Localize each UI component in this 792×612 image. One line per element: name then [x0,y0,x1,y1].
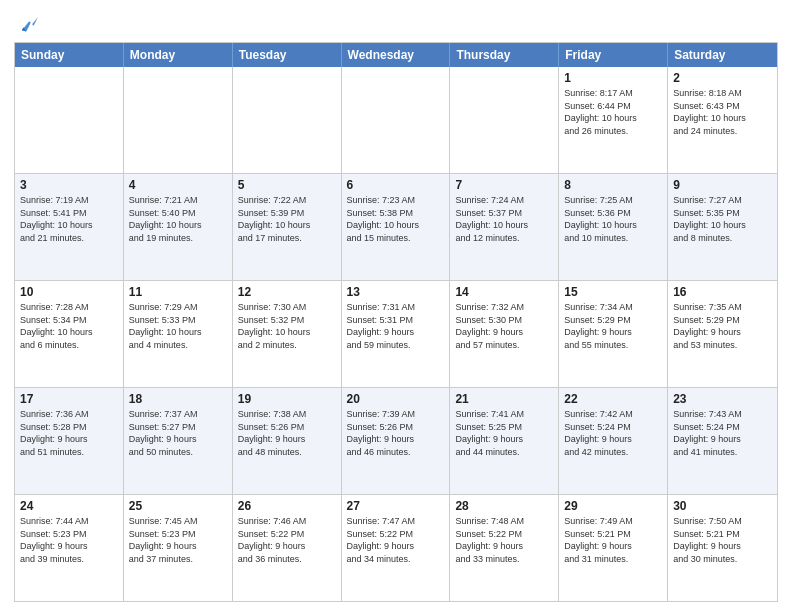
day-number: 21 [455,391,553,407]
cal-header-saturday: Saturday [668,43,777,67]
day-number: 2 [673,70,772,86]
cal-cell: 19Sunrise: 7:38 AM Sunset: 5:26 PM Dayli… [233,388,342,494]
day-number: 5 [238,177,336,193]
cal-cell: 9Sunrise: 7:27 AM Sunset: 5:35 PM Daylig… [668,174,777,280]
day-number: 10 [20,284,118,300]
cal-cell: 12Sunrise: 7:30 AM Sunset: 5:32 PM Dayli… [233,281,342,387]
cal-cell: 16Sunrise: 7:35 AM Sunset: 5:29 PM Dayli… [668,281,777,387]
cal-cell: 8Sunrise: 7:25 AM Sunset: 5:36 PM Daylig… [559,174,668,280]
day-info: Sunrise: 7:46 AM Sunset: 5:22 PM Dayligh… [238,515,336,565]
cal-cell: 2Sunrise: 8:18 AM Sunset: 6:43 PM Daylig… [668,67,777,173]
cal-cell: 5Sunrise: 7:22 AM Sunset: 5:39 PM Daylig… [233,174,342,280]
cal-cell [124,67,233,173]
day-info: Sunrise: 7:30 AM Sunset: 5:32 PM Dayligh… [238,301,336,351]
cal-week-5: 24Sunrise: 7:44 AM Sunset: 5:23 PM Dayli… [15,494,777,601]
cal-header-friday: Friday [559,43,668,67]
cal-cell: 25Sunrise: 7:45 AM Sunset: 5:23 PM Dayli… [124,495,233,601]
cal-cell: 21Sunrise: 7:41 AM Sunset: 5:25 PM Dayli… [450,388,559,494]
cal-cell: 15Sunrise: 7:34 AM Sunset: 5:29 PM Dayli… [559,281,668,387]
cal-cell: 10Sunrise: 7:28 AM Sunset: 5:34 PM Dayli… [15,281,124,387]
cal-header-wednesday: Wednesday [342,43,451,67]
day-number: 20 [347,391,445,407]
day-info: Sunrise: 7:47 AM Sunset: 5:22 PM Dayligh… [347,515,445,565]
cal-header-sunday: Sunday [15,43,124,67]
cal-cell [450,67,559,173]
day-info: Sunrise: 7:19 AM Sunset: 5:41 PM Dayligh… [20,194,118,244]
calendar-header-row: SundayMondayTuesdayWednesdayThursdayFrid… [15,43,777,67]
cal-header-tuesday: Tuesday [233,43,342,67]
day-info: Sunrise: 7:36 AM Sunset: 5:28 PM Dayligh… [20,408,118,458]
cal-cell: 26Sunrise: 7:46 AM Sunset: 5:22 PM Dayli… [233,495,342,601]
cal-cell: 17Sunrise: 7:36 AM Sunset: 5:28 PM Dayli… [15,388,124,494]
day-number: 14 [455,284,553,300]
day-info: Sunrise: 8:17 AM Sunset: 6:44 PM Dayligh… [564,87,662,137]
logo-bird-icon [16,14,38,36]
day-number: 3 [20,177,118,193]
cal-cell: 14Sunrise: 7:32 AM Sunset: 5:30 PM Dayli… [450,281,559,387]
calendar: SundayMondayTuesdayWednesdayThursdayFrid… [14,42,778,602]
day-number: 11 [129,284,227,300]
cal-header-thursday: Thursday [450,43,559,67]
day-info: Sunrise: 7:32 AM Sunset: 5:30 PM Dayligh… [455,301,553,351]
day-info: Sunrise: 7:42 AM Sunset: 5:24 PM Dayligh… [564,408,662,458]
day-number: 4 [129,177,227,193]
cal-cell: 11Sunrise: 7:29 AM Sunset: 5:33 PM Dayli… [124,281,233,387]
day-number: 6 [347,177,445,193]
cal-cell [15,67,124,173]
day-number: 30 [673,498,772,514]
page: SundayMondayTuesdayWednesdayThursdayFrid… [0,0,792,612]
day-number: 29 [564,498,662,514]
day-number: 8 [564,177,662,193]
cal-cell [233,67,342,173]
cal-cell: 22Sunrise: 7:42 AM Sunset: 5:24 PM Dayli… [559,388,668,494]
day-number: 27 [347,498,445,514]
day-number: 17 [20,391,118,407]
day-info: Sunrise: 8:18 AM Sunset: 6:43 PM Dayligh… [673,87,772,137]
cal-cell: 7Sunrise: 7:24 AM Sunset: 5:37 PM Daylig… [450,174,559,280]
day-number: 13 [347,284,445,300]
cal-cell: 4Sunrise: 7:21 AM Sunset: 5:40 PM Daylig… [124,174,233,280]
cal-cell: 30Sunrise: 7:50 AM Sunset: 5:21 PM Dayli… [668,495,777,601]
day-number: 25 [129,498,227,514]
cal-week-3: 10Sunrise: 7:28 AM Sunset: 5:34 PM Dayli… [15,280,777,387]
cal-cell: 27Sunrise: 7:47 AM Sunset: 5:22 PM Dayli… [342,495,451,601]
cal-week-2: 3Sunrise: 7:19 AM Sunset: 5:41 PM Daylig… [15,173,777,280]
day-number: 24 [20,498,118,514]
cal-cell: 24Sunrise: 7:44 AM Sunset: 5:23 PM Dayli… [15,495,124,601]
day-info: Sunrise: 7:21 AM Sunset: 5:40 PM Dayligh… [129,194,227,244]
cal-cell: 3Sunrise: 7:19 AM Sunset: 5:41 PM Daylig… [15,174,124,280]
day-number: 1 [564,70,662,86]
day-number: 12 [238,284,336,300]
day-info: Sunrise: 7:38 AM Sunset: 5:26 PM Dayligh… [238,408,336,458]
day-number: 15 [564,284,662,300]
cal-cell: 18Sunrise: 7:37 AM Sunset: 5:27 PM Dayli… [124,388,233,494]
cal-cell: 29Sunrise: 7:49 AM Sunset: 5:21 PM Dayli… [559,495,668,601]
day-number: 9 [673,177,772,193]
day-info: Sunrise: 7:39 AM Sunset: 5:26 PM Dayligh… [347,408,445,458]
cal-week-1: 1Sunrise: 8:17 AM Sunset: 6:44 PM Daylig… [15,67,777,173]
logo [14,14,38,36]
day-info: Sunrise: 7:43 AM Sunset: 5:24 PM Dayligh… [673,408,772,458]
cal-header-monday: Monday [124,43,233,67]
day-info: Sunrise: 7:34 AM Sunset: 5:29 PM Dayligh… [564,301,662,351]
day-info: Sunrise: 7:37 AM Sunset: 5:27 PM Dayligh… [129,408,227,458]
day-info: Sunrise: 7:24 AM Sunset: 5:37 PM Dayligh… [455,194,553,244]
cal-cell: 6Sunrise: 7:23 AM Sunset: 5:38 PM Daylig… [342,174,451,280]
day-info: Sunrise: 7:28 AM Sunset: 5:34 PM Dayligh… [20,301,118,351]
day-info: Sunrise: 7:29 AM Sunset: 5:33 PM Dayligh… [129,301,227,351]
day-info: Sunrise: 7:41 AM Sunset: 5:25 PM Dayligh… [455,408,553,458]
day-info: Sunrise: 7:35 AM Sunset: 5:29 PM Dayligh… [673,301,772,351]
cal-cell: 1Sunrise: 8:17 AM Sunset: 6:44 PM Daylig… [559,67,668,173]
day-number: 18 [129,391,227,407]
day-info: Sunrise: 7:25 AM Sunset: 5:36 PM Dayligh… [564,194,662,244]
day-info: Sunrise: 7:50 AM Sunset: 5:21 PM Dayligh… [673,515,772,565]
day-info: Sunrise: 7:49 AM Sunset: 5:21 PM Dayligh… [564,515,662,565]
day-info: Sunrise: 7:23 AM Sunset: 5:38 PM Dayligh… [347,194,445,244]
day-info: Sunrise: 7:31 AM Sunset: 5:31 PM Dayligh… [347,301,445,351]
cal-cell: 13Sunrise: 7:31 AM Sunset: 5:31 PM Dayli… [342,281,451,387]
header [14,10,778,36]
cal-cell: 20Sunrise: 7:39 AM Sunset: 5:26 PM Dayli… [342,388,451,494]
day-number: 28 [455,498,553,514]
day-info: Sunrise: 7:48 AM Sunset: 5:22 PM Dayligh… [455,515,553,565]
day-info: Sunrise: 7:45 AM Sunset: 5:23 PM Dayligh… [129,515,227,565]
